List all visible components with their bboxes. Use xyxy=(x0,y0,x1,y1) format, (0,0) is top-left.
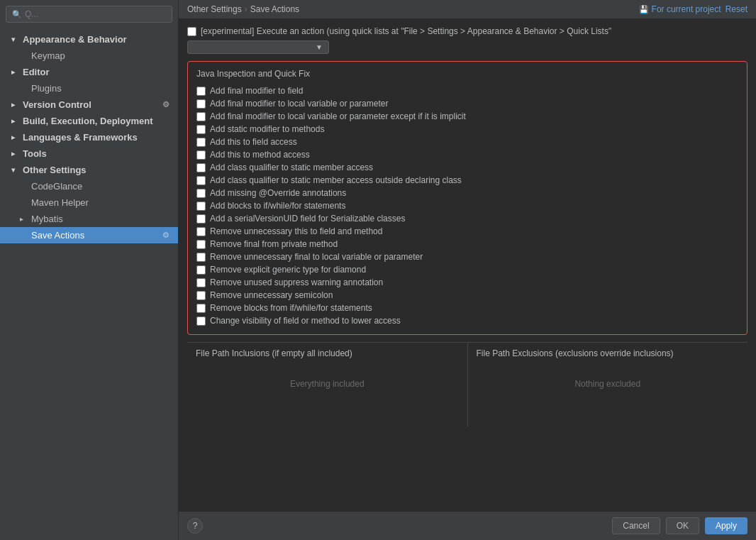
gear-icon: ⚙ xyxy=(162,231,169,240)
checkbox-row: Add this to field access xyxy=(196,136,738,148)
inspection-checkbox-label-3: Add static modifier to methods xyxy=(210,124,324,134)
gear-icon: ⚙ xyxy=(162,100,169,109)
action-dropdown[interactable]: ▼ xyxy=(187,40,329,54)
ok-button[interactable]: OK xyxy=(666,517,699,534)
inspection-checkbox-1[interactable] xyxy=(196,99,206,109)
checkbox-container: Add final modifier to fieldAdd final mod… xyxy=(196,84,738,327)
inspection-box: Java Inspection and Quick Fix Add final … xyxy=(187,61,747,335)
sidebar-item-keymap[interactable]: Keymap xyxy=(0,48,178,64)
sidebar-item-label: Languages & Frameworks xyxy=(23,132,138,143)
sidebar-item-mybatis[interactable]: ▸ Mybatis xyxy=(0,211,178,227)
bottom-bar: ? Cancel OK Apply xyxy=(179,511,756,540)
inspection-checkbox-8[interactable] xyxy=(196,189,206,198)
sidebar-item-label: Keymap xyxy=(31,50,65,61)
inspection-checkbox-14[interactable] xyxy=(196,265,206,275)
inspection-checkbox-label-1: Add final modifier to local variable or … xyxy=(210,99,388,109)
checkbox-row: Add static modifier to methods xyxy=(196,123,738,136)
inspection-checkbox-12[interactable] xyxy=(196,240,206,249)
breadcrumb: Other Settings › Save Actions xyxy=(187,4,635,14)
checkbox-row: Add class qualifier to static member acc… xyxy=(196,161,738,174)
inclusions-header: File Path Inclusions (if empty all inclu… xyxy=(196,348,459,358)
sidebar-item-maven-helper[interactable]: Maven Helper xyxy=(0,194,178,211)
arrow-icon: ▸ xyxy=(11,68,18,76)
inspection-checkbox-13[interactable] xyxy=(196,253,206,262)
header-bar: Other Settings › Save Actions 💾 For curr… xyxy=(179,0,756,19)
sidebar-item-label: Mybatis xyxy=(31,214,63,224)
inspection-checkbox-15[interactable] xyxy=(196,278,206,287)
inspection-checkbox-label-11: Remove unnecessary this to field and met… xyxy=(210,226,382,236)
help-button[interactable]: ? xyxy=(187,518,203,534)
sidebar-item-save-actions[interactable]: Save Actions ⚙ xyxy=(0,227,178,243)
arrow-icon: ▸ xyxy=(11,117,18,125)
sidebar-item-label: CodeGlance xyxy=(31,181,82,192)
inspection-checkbox-3[interactable] xyxy=(196,125,206,134)
arrow-icon: ▾ xyxy=(11,166,18,174)
sidebar-item-label: Save Actions xyxy=(31,230,84,241)
inspection-checkbox-label-17: Remove blocks from if/while/for statemen… xyxy=(210,303,372,313)
inspection-checkbox-5[interactable] xyxy=(196,150,206,160)
sidebar-item-version-control[interactable]: ▸ Version Control ⚙ xyxy=(0,97,178,113)
sidebar-item-label: Tools xyxy=(23,148,47,159)
dropdown-row: ▼ xyxy=(187,40,747,54)
inspection-checkbox-4[interactable] xyxy=(196,138,206,147)
inspection-checkbox-2[interactable] xyxy=(196,112,206,121)
checkbox-row: Add final modifier to field xyxy=(196,84,738,97)
content-scroll: [experimental] Execute an action (using … xyxy=(179,19,756,511)
inspection-checkbox-11[interactable] xyxy=(196,227,206,236)
experimental-checkbox[interactable] xyxy=(187,27,196,36)
checkbox-row: Remove final from private method xyxy=(196,238,738,250)
checkbox-row: Add class qualifier to static member acc… xyxy=(196,174,738,187)
inspection-checkbox-label-7: Add class qualifier to static member acc… xyxy=(210,175,462,185)
inspection-checkbox-label-10: Add a serialVersionUID field for Seriali… xyxy=(210,214,405,224)
breadcrumb-arrow-icon: › xyxy=(245,4,248,14)
arrow-icon: ▸ xyxy=(11,101,18,109)
main-layout: 🔍 ▾ Appearance & Behavior Keymap ▸ Edito… xyxy=(0,0,756,540)
inspection-checkbox-6[interactable] xyxy=(196,163,206,172)
inspection-checkbox-label-12: Remove final from private method xyxy=(210,239,338,249)
chevron-down-icon: ▼ xyxy=(316,43,323,51)
sidebar-item-other-settings[interactable]: ▾ Other Settings xyxy=(0,162,178,178)
inspection-checkbox-0[interactable] xyxy=(196,87,206,96)
sidebar-item-plugins[interactable]: Plugins xyxy=(0,80,178,97)
inspection-checkbox-label-0: Add final modifier to field xyxy=(210,86,303,96)
sidebar: 🔍 ▾ Appearance & Behavior Keymap ▸ Edito… xyxy=(0,0,179,540)
for-current-label: For current project xyxy=(652,4,721,14)
for-current-project: 💾 For current project xyxy=(639,4,721,14)
sidebar-item-tools[interactable]: ▸ Tools xyxy=(0,145,178,162)
inspection-checkbox-9[interactable] xyxy=(196,202,206,211)
apply-button[interactable]: Apply xyxy=(705,517,747,534)
sidebar-items: ▾ Appearance & Behavior Keymap ▸ Editor … xyxy=(0,28,178,540)
checkbox-row: Remove explicit generic type for diamond xyxy=(196,263,738,276)
sidebar-item-codeglance[interactable]: CodeGlance xyxy=(0,178,178,194)
inspection-checkbox-7[interactable] xyxy=(196,176,206,185)
breadcrumb-part1: Other Settings xyxy=(187,4,242,14)
sidebar-item-label: Version Control xyxy=(23,99,91,110)
checkbox-row: Add blocks to if/while/for statements xyxy=(196,199,738,212)
cancel-button[interactable]: Cancel xyxy=(612,517,660,534)
search-input[interactable] xyxy=(25,9,166,19)
sidebar-item-label: Editor xyxy=(23,67,50,77)
exclusions-header: File Path Exclusions (exclusions overrid… xyxy=(477,348,740,358)
inspection-checkbox-label-14: Remove explicit generic type for diamond xyxy=(210,265,366,275)
search-box[interactable]: 🔍 xyxy=(6,6,172,23)
sidebar-item-label: Other Settings xyxy=(23,165,87,175)
sidebar-item-build[interactable]: ▸ Build, Execution, Deployment xyxy=(0,113,178,129)
inspection-checkbox-label-4: Add this to field access xyxy=(210,137,297,147)
sidebar-item-appearance[interactable]: ▾ Appearance & Behavior xyxy=(0,31,178,48)
sidebar-item-languages[interactable]: ▸ Languages & Frameworks xyxy=(0,129,178,145)
inspection-checkbox-label-2: Add final modifier to local variable or … xyxy=(210,111,466,121)
reset-button[interactable]: Reset xyxy=(726,4,747,14)
checkbox-row: Remove unnecessary semicolon xyxy=(196,289,738,302)
project-icon: 💾 xyxy=(639,5,649,14)
inspection-checkbox-18[interactable] xyxy=(196,316,206,326)
inspection-checkbox-label-16: Remove unnecessary semicolon xyxy=(210,290,333,300)
sidebar-item-editor[interactable]: ▸ Editor xyxy=(0,64,178,80)
inspection-checkbox-16[interactable] xyxy=(196,291,206,300)
exclusions-empty-label: Nothing excluded xyxy=(477,363,740,405)
inspection-checkbox-label-13: Remove unnecessary final to local variab… xyxy=(210,252,423,262)
inspection-checkbox-10[interactable] xyxy=(196,214,206,224)
arrow-icon: ▾ xyxy=(11,35,18,43)
inspection-checkbox-label-6: Add class qualifier to static member acc… xyxy=(210,162,373,172)
sidebar-item-label: Appearance & Behavior xyxy=(23,34,127,45)
inspection-checkbox-17[interactable] xyxy=(196,304,206,313)
